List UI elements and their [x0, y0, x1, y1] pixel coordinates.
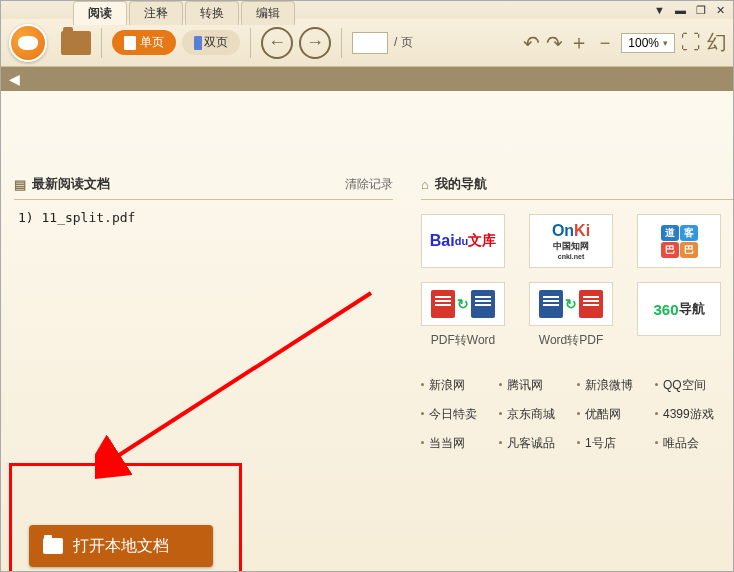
single-page-button[interactable]: 单页 [112, 30, 176, 55]
clear-history-link[interactable]: 清除记录 [345, 176, 393, 193]
back-bar: ◀ [1, 67, 733, 91]
nav-link[interactable]: 新浪微博 [577, 377, 655, 394]
nav-link[interactable]: 优酷网 [577, 406, 655, 423]
nav-card-cnki[interactable]: OnKi中国知网cnki.net [529, 214, 613, 268]
nav-card-label: Word转PDF [539, 332, 603, 349]
nav-link[interactable]: QQ空间 [655, 377, 733, 394]
nav-link[interactable]: 1号店 [577, 435, 655, 452]
zoom-value: 100% [628, 36, 659, 50]
tab-edit[interactable]: 编辑 [241, 1, 295, 25]
nav-link[interactable]: 唯品会 [655, 435, 733, 452]
zoom-dropdown[interactable]: 100% ▾ [621, 33, 675, 53]
nav-card-pdf2word[interactable]: ↻ PDF转Word [421, 282, 505, 349]
folder-icon [43, 538, 63, 554]
tab-annotate[interactable]: 注释 [129, 1, 183, 25]
document-icon: ▤ [14, 177, 26, 192]
divider [101, 28, 102, 58]
dual-page-icon [194, 36, 200, 50]
double-page-label: 双页 [204, 34, 228, 51]
word-icon [471, 290, 495, 318]
double-page-button[interactable]: 双页 [182, 30, 240, 55]
arrow-icon: ↻ [457, 296, 469, 312]
nav-card-doc88[interactable]: 道客巴巴 [637, 214, 721, 268]
slideshow-icon[interactable]: 幻 [707, 29, 727, 56]
page-suffix-label: / 页 [394, 34, 413, 51]
word-icon [539, 290, 563, 318]
maximize-button[interactable]: ❐ [696, 4, 706, 17]
zoom-out-icon[interactable]: － [595, 29, 615, 56]
mynav-title: 我的导航 [435, 175, 487, 193]
recent-docs-title: 最新阅读文档 [32, 175, 110, 193]
nav-card-word2pdf[interactable]: ↻ Word转PDF [529, 282, 613, 349]
divider [341, 28, 342, 58]
redo-icon[interactable]: ↷ [546, 31, 563, 55]
recent-item-index: 1) [18, 210, 34, 225]
page-number-input[interactable] [352, 32, 388, 54]
nav-card-baidu[interactable]: Baidu文库 [421, 214, 505, 268]
open-local-file-button[interactable]: 打开本地文档 [29, 525, 213, 567]
zoom-in-icon[interactable]: ＋ [569, 29, 589, 56]
app-logo-icon[interactable] [9, 24, 47, 62]
divider [250, 28, 251, 58]
minimize-button[interactable]: ▬ [675, 4, 686, 16]
nav-link[interactable]: 新浪网 [421, 377, 499, 394]
titlebar: 阅读 注释 转换 编辑 ▼ ▬ ❐ ✕ [1, 1, 733, 19]
undo-icon[interactable]: ↶ [523, 31, 540, 55]
open-button-label: 打开本地文档 [73, 536, 169, 557]
chevron-down-icon: ▾ [663, 38, 668, 48]
tab-convert[interactable]: 转换 [185, 1, 239, 25]
toolbar: 单页 双页 ← → / 页 ↶ ↷ ＋ － 100% ▾ ⛶ 幻 [1, 19, 733, 67]
nav-link[interactable]: 今日特卖 [421, 406, 499, 423]
close-button[interactable]: ✕ [716, 4, 725, 17]
page-icon [124, 36, 136, 50]
pdf-icon [579, 290, 603, 318]
next-page-button[interactable]: → [299, 27, 331, 59]
nav-card-label: PDF转Word [431, 332, 495, 349]
nav-link[interactable]: 腾讯网 [499, 377, 577, 394]
pdf-icon [431, 290, 455, 318]
nav-link[interactable]: 京东商城 [499, 406, 577, 423]
nav-link[interactable]: 4399游戏 [655, 406, 733, 423]
nav-link[interactable]: 凡客诚品 [499, 435, 577, 452]
prev-page-button[interactable]: ← [261, 27, 293, 59]
fullscreen-icon[interactable]: ⛶ [681, 31, 701, 54]
back-button-icon[interactable]: ◀ [9, 71, 20, 87]
nav-card-360[interactable]: 360导航 [637, 282, 721, 349]
single-page-label: 单页 [140, 34, 164, 51]
recent-item-name: 11_split.pdf [41, 210, 135, 225]
open-file-icon[interactable] [61, 31, 91, 55]
content-area: ▤ 最新阅读文档 清除记录 1) 11_split.pdf ⌂ 我的导航 [1, 91, 733, 571]
home-icon: ⌂ [421, 177, 429, 192]
recent-item[interactable]: 1) 11_split.pdf [14, 200, 393, 235]
nav-link[interactable]: 当当网 [421, 435, 499, 452]
window-options-icon[interactable]: ▼ [654, 4, 665, 16]
arrow-icon: ↻ [565, 296, 577, 312]
tab-read[interactable]: 阅读 [73, 1, 127, 25]
